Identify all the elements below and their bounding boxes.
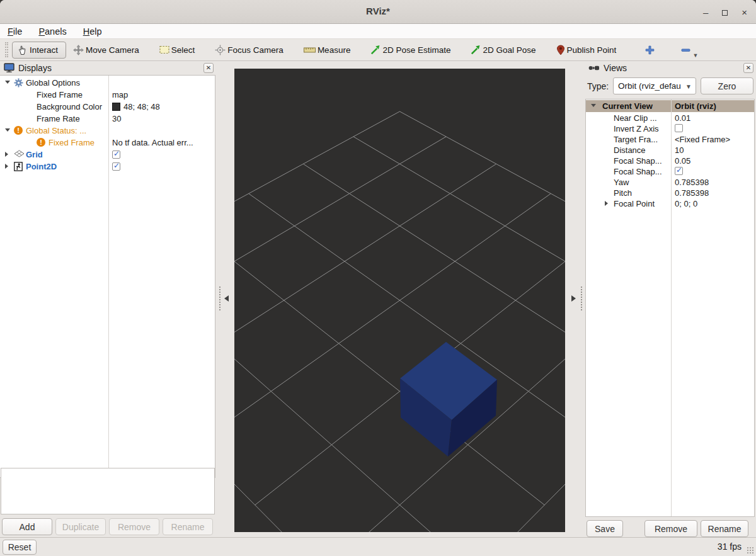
tree-value: 48; 48; 48 [123, 102, 160, 111]
tool-interact[interactable]: Interact [12, 42, 66, 59]
row-target-fra[interactable]: Target Fra...<Fixed Frame> [586, 134, 754, 145]
checkbox[interactable] [675, 167, 683, 175]
displays-panel: Displays ✕ Global OptionsFixed FramemapB… [0, 61, 216, 537]
tool-measure[interactable]: Measure [301, 43, 354, 57]
statusbar: Reset 31 fps [0, 537, 756, 556]
remove-button: Remove [109, 518, 159, 535]
tree-label: Frame Rate [37, 114, 80, 123]
tree-label: Focal Point [614, 199, 655, 208]
displays-close-icon[interactable]: ✕ [203, 63, 214, 73]
tree-value: 0.01 [675, 113, 690, 123]
tree-label: Invert Z Axis [614, 124, 659, 133]
views-panel-header[interactable]: Views ✕ [585, 61, 756, 75]
row-distance[interactable]: Distance10 [586, 145, 754, 156]
tool-label: Focus Camera [227, 45, 284, 55]
collapse-left-icon[interactable] [224, 295, 229, 302]
titlebar[interactable]: RViz* – × [0, 0, 756, 24]
row-yaw[interactable]: Yaw0.785398 [586, 177, 754, 188]
menu-panels[interactable]: Panels [38, 26, 66, 37]
row-focal-point[interactable]: Focal Point0; 0; 0 [586, 198, 754, 209]
toolbar-drag-handle[interactable] [5, 42, 8, 57]
views-close-icon[interactable]: ✕ [743, 63, 753, 73]
add-tool-button[interactable] [642, 43, 658, 57]
column-divider[interactable] [671, 99, 672, 516]
tool-move-camera[interactable]: Move Camera [70, 42, 142, 58]
reset-button[interactable]: Reset [3, 540, 37, 555]
row-fixed-frame[interactable]: Fixed Framemap [0, 89, 215, 101]
expand-arrow-icon[interactable] [5, 152, 8, 157]
row-invert-z-axis[interactable]: Invert Z Axis [586, 123, 754, 134]
view-type-row: Type: Orbit (rviz_defau ▼ Zero [585, 77, 756, 96]
tool-2d-goal-pose[interactable]: 2D Goal Pose [467, 42, 539, 57]
row-frame-rate[interactable]: Frame Rate30 [0, 113, 215, 125]
add-button[interactable]: Add [2, 518, 52, 535]
zero-button[interactable]: Zero [701, 77, 753, 94]
views-tree: Current ViewOrbit (rviz)Near Clip ...0.0… [585, 99, 755, 517]
remove-tool-button[interactable]: ▼ [678, 43, 694, 57]
tool-focus-camera[interactable]: Focus Camera [212, 42, 287, 58]
row-grid[interactable]: Grid [0, 149, 215, 161]
tool-label: 2D Pose Estimate [382, 45, 450, 55]
rename-view-button[interactable]: Rename [701, 520, 748, 537]
expand-arrow-icon[interactable] [5, 164, 8, 169]
tree-value: 30 [112, 114, 121, 123]
menu-help[interactable]: Help [83, 26, 102, 37]
collapse-right-icon[interactable] [571, 295, 576, 302]
tool-label: Publish Point [567, 45, 617, 55]
right-splitter[interactable] [565, 61, 585, 537]
maximize-icon [722, 10, 728, 16]
checkbox[interactable] [112, 162, 120, 171]
rename-button: Rename [163, 518, 213, 535]
column-divider[interactable] [108, 76, 109, 477]
tree-label: Current View [602, 101, 653, 111]
color-swatch [112, 103, 120, 111]
minimize-button[interactable]: – [703, 8, 708, 17]
row-pitch[interactable]: Pitch0.785398 [586, 188, 754, 198]
warning-icon: ! [14, 126, 23, 135]
collapse-arrow-icon[interactable] [5, 128, 10, 132]
fps-indicator: 31 fps [718, 542, 742, 552]
tree-label: Fixed Frame [37, 90, 83, 99]
row-near-clip[interactable]: Near Clip ...0.01 [586, 113, 754, 123]
row-global-status[interactable]: !Global Status: ... [0, 125, 215, 137]
row-focal-shap[interactable]: Focal Shap...0.05 [586, 156, 754, 166]
menu-file[interactable]: File [8, 26, 22, 37]
window-controls: – × [703, 0, 747, 24]
checkbox[interactable] [675, 124, 683, 132]
view-type-select[interactable]: Orbit (rviz_defau ▼ [613, 77, 696, 94]
close-button[interactable]: × [742, 8, 747, 17]
tool-publish-point[interactable]: Publish Point [553, 42, 620, 58]
warning-icon: ! [37, 138, 45, 147]
point2d-icon [14, 162, 23, 171]
tree-label: Distance [614, 145, 646, 155]
row-current-view[interactable]: Current ViewOrbit (rviz) [586, 100, 754, 112]
row-point2d[interactable]: Point2D [0, 161, 215, 173]
views-panel-title: Views [604, 63, 743, 73]
resize-grip[interactable] [747, 547, 755, 555]
tree-label: Global Options [26, 78, 80, 88]
tree-value: 10 [675, 145, 684, 155]
collapse-arrow-icon[interactable] [5, 81, 10, 84]
maximize-button[interactable] [722, 8, 728, 17]
row-focal-shap[interactable]: Focal Shap... [586, 166, 754, 177]
tree-label: Global Status: ... [26, 126, 86, 135]
collapse-arrow-icon[interactable] [591, 104, 596, 107]
tool-2d-pose-estimate[interactable]: 2D Pose Estimate [367, 42, 454, 57]
save-view-button[interactable]: Save [587, 520, 623, 537]
left-splitter[interactable] [216, 61, 234, 537]
row-background-color[interactable]: Background Color48; 48; 48 [0, 101, 215, 113]
tool-select[interactable]: Select [156, 43, 198, 57]
tree-label: Fixed Frame [49, 138, 94, 147]
expand-arrow-icon[interactable] [605, 201, 608, 206]
remove-view-button[interactable]: Remove [644, 520, 697, 537]
focus-camera-icon [215, 45, 226, 55]
checkbox[interactable] [112, 150, 120, 159]
row-fixed-frame[interactable]: !Fixed FrameNo tf data. Actual err... [0, 137, 215, 149]
tree-label: Yaw [614, 178, 629, 187]
displays-buttons: AddDuplicateRemoveRename [2, 518, 213, 535]
move-camera-icon [73, 45, 84, 55]
row-global-options[interactable]: Global Options [0, 77, 215, 89]
tool-label: Move Camera [86, 45, 139, 55]
3d-viewport[interactable] [234, 69, 565, 532]
displays-panel-header[interactable]: Displays ✕ [0, 61, 216, 75]
